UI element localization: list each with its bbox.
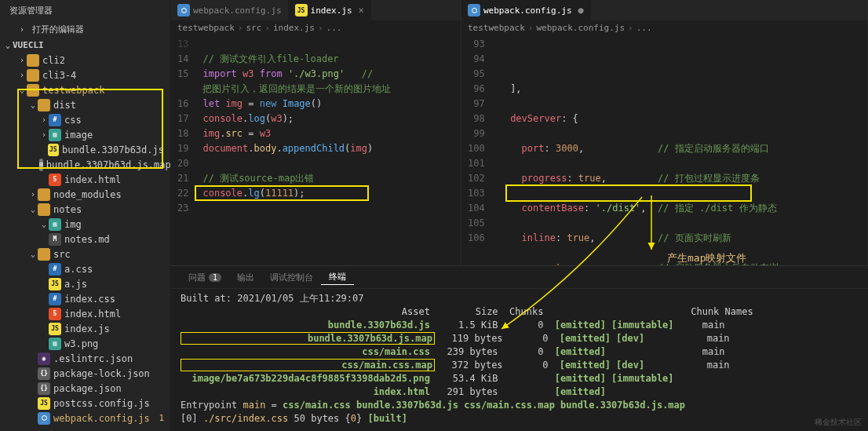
panel-tab[interactable]: 终端 — [321, 269, 354, 285]
js-icon: JS — [49, 278, 61, 290]
tree-item[interactable]: JSbundle.3307b63d.js — [0, 142, 170, 157]
eslint-icon: ◉ — [38, 352, 50, 365]
editor-area: ⬡webpack.config.jsJSindex.js× testwebpac… — [171, 0, 868, 431]
project-title[interactable]: ⌄ VUECLI — [0, 38, 170, 53]
folder-icon — [38, 188, 50, 201]
tree-item[interactable]: #index.css — [0, 291, 170, 306]
chevron-right-icon: › — [17, 25, 27, 34]
tree-item[interactable]: ▨w3.png — [0, 336, 170, 351]
tree-item-label: node_modules — [53, 189, 122, 200]
tree-item-label: dist — [53, 100, 76, 111]
close-icon[interactable]: ● — [578, 5, 584, 16]
tab-label: webpack.config.js — [483, 5, 572, 16]
chevron-icon: ⌄ — [39, 220, 49, 228]
wp-icon: ⬡ — [38, 412, 50, 425]
panel-tab[interactable]: 调试控制台 — [262, 269, 321, 285]
folder-icon — [38, 203, 50, 216]
tree-item[interactable]: JSpostcss.config.js — [0, 396, 170, 411]
tree-item-label: notes — [53, 204, 82, 215]
panel-tab[interactable]: 问题1 — [181, 269, 229, 285]
folder-icon — [38, 248, 50, 261]
breadcrumbs-right[interactable]: testwebpack›webpack.config.js›... — [461, 20, 867, 35]
tree-item-label: index.css — [64, 294, 115, 305]
tree-item-label: index.js — [64, 323, 110, 334]
tree-item-label: img — [64, 219, 82, 230]
tree-item-label: webpack.config.js — [53, 413, 150, 424]
json-icon: {} — [38, 367, 50, 380]
tree-item-label: cli3-4 — [42, 70, 76, 81]
folder-icon — [38, 99, 50, 111]
tree-item[interactable]: ›cli3-4 — [0, 68, 170, 82]
chevron-icon: ⌄ — [28, 100, 38, 109]
wp-icon: ⬡ — [177, 4, 190, 16]
tree-item-label: cli2 — [42, 55, 65, 66]
wp-icon: ⬡ — [468, 4, 480, 16]
tree-item[interactable]: ›cli2 — [0, 53, 170, 68]
chevron-icon: › — [28, 190, 38, 199]
tree-item[interactable]: ›node_modules — [0, 187, 170, 202]
tree-item-label: image — [64, 130, 93, 141]
map-icon: ⊞ — [39, 159, 43, 171]
file-tree: ›cli2›cli3-4⌄testwebpack⌄dist›#css›▨imag… — [0, 53, 170, 431]
tree-item[interactable]: {}package-lock.json — [0, 366, 170, 381]
tab[interactable]: JSindex.js× — [289, 0, 371, 20]
tree-item[interactable]: 5index.html — [0, 306, 170, 321]
terminal-output[interactable]: Built at: 2021/01/05 上午11:29:07 Asset Si… — [171, 289, 868, 431]
js-icon: JS — [49, 323, 61, 335]
tree-item-label: src — [53, 249, 71, 260]
img-icon: ▨ — [49, 218, 61, 231]
tree-item[interactable]: JSindex.js — [0, 321, 170, 336]
img-icon: ▨ — [49, 338, 61, 350]
tree-item[interactable]: ⬡webpack.config.js1 — [0, 411, 170, 426]
chevron-icon: ⌄ — [17, 86, 27, 94]
chevron-icon: › — [39, 115, 49, 124]
open-editors-title[interactable]: › 打开的编辑器 — [0, 21, 170, 38]
tree-item-label: index.html — [64, 174, 121, 185]
tree-item[interactable]: ⌄dist — [0, 97, 170, 112]
tab-label: webpack.config.js — [193, 5, 282, 16]
tab-label: index.js — [311, 5, 352, 16]
panel: 问题1输出调试控制台终端 Built at: 2021/01/05 上午11:2… — [171, 265, 868, 431]
chevron-icon: › — [17, 71, 27, 79]
md-icon: M — [49, 233, 61, 246]
tree-item-label: index.html — [64, 309, 121, 320]
explorer-title: 资源管理器 — [0, 0, 170, 21]
tab[interactable]: ⬡webpack.config.js — [171, 0, 289, 20]
tree-item-label: a.css — [64, 264, 93, 275]
breadcrumbs-left[interactable]: testwebpack›src›index.js›... — [171, 20, 461, 35]
panel-tab[interactable]: 输出 — [229, 269, 262, 285]
tree-item-label: package.json — [53, 383, 122, 394]
tree-item[interactable]: ⌄src — [0, 247, 170, 261]
tree-item-label: css — [64, 115, 82, 126]
tree-item[interactable]: ⊞bundle.3307b63d.js.map — [0, 157, 170, 172]
close-icon[interactable]: × — [359, 5, 364, 16]
html-icon: 5 — [49, 308, 61, 320]
tree-item-label: a.js — [64, 279, 87, 290]
tree-item-label: notes.md — [64, 234, 110, 245]
tree-item[interactable]: 5index.html — [0, 172, 170, 187]
folder-icon — [27, 84, 39, 97]
watermark: 稀金技术社区 — [815, 417, 862, 428]
tab[interactable]: ⬡webpack.config.js● — [461, 0, 591, 20]
img-icon: ▨ — [49, 129, 61, 141]
sidebar: 资源管理器 › 打开的编辑器 ⌄ VUECLI ›cli2›cli3-4⌄tes… — [0, 0, 171, 431]
tabs-left: ⬡webpack.config.jsJSindex.js× — [171, 0, 461, 20]
tree-item[interactable]: ⌄▨img — [0, 217, 170, 232]
js-icon: JS — [295, 4, 308, 16]
folder-icon — [27, 54, 39, 67]
tree-item-label: w3.png — [64, 338, 98, 349]
tree-item[interactable]: ⌄testwebpack — [0, 82, 170, 97]
tree-item[interactable]: {}package.json — [0, 381, 170, 396]
js-icon: JS — [38, 397, 50, 410]
badge: 1 — [209, 273, 221, 282]
tree-item[interactable]: Mnotes.md — [0, 232, 170, 247]
tree-item[interactable]: JSa.js — [0, 276, 170, 291]
folder-icon — [27, 69, 39, 82]
tree-item[interactable]: ◉.eslintrc.json — [0, 351, 170, 366]
tree-item[interactable]: ⌄notes — [0, 202, 170, 217]
tree-item[interactable]: ›#css — [0, 112, 170, 127]
json-icon: {} — [38, 382, 50, 395]
js-icon: JS — [48, 144, 59, 156]
tree-item[interactable]: ›▨image — [0, 127, 170, 142]
tree-item[interactable]: #a.css — [0, 261, 170, 276]
